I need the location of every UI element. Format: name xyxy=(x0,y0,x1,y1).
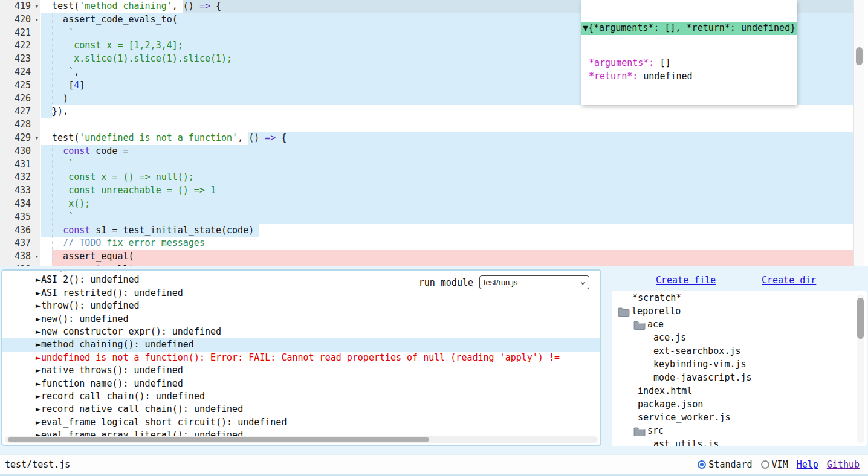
fold-widget-icon[interactable]: ▾ xyxy=(34,132,39,145)
tree-file-item[interactable]: ace.js xyxy=(612,331,867,344)
scrollbar-thumb[interactable] xyxy=(856,47,863,65)
test-result-item[interactable]: ►method chaining(): undefined xyxy=(2,338,600,351)
create-file-link[interactable]: Create file xyxy=(656,275,716,286)
expand-arrow-icon[interactable]: ► xyxy=(36,300,41,311)
test-result-label: new constructor expr(): undefined xyxy=(41,326,221,337)
tooltip-entry[interactable]: *return*: undefined xyxy=(581,70,797,83)
test-result-item[interactable]: ►new(): undefined xyxy=(2,313,600,326)
test-result-item[interactable]: ►throw(): undefined xyxy=(2,300,600,312)
code-line[interactable]: const x = () => null(); xyxy=(41,171,853,184)
radio-unselected-icon[interactable] xyxy=(761,460,769,469)
code-line[interactable]: test('undefined is not a function', () =… xyxy=(41,132,853,145)
test-result-item[interactable]: ►native throws(): undefined xyxy=(2,364,600,377)
expand-arrow-icon[interactable]: ► xyxy=(36,417,41,428)
tree-folder-item[interactable]: ace xyxy=(612,318,867,331)
tree-file-item[interactable]: keybinding-vim.js xyxy=(612,358,867,371)
expand-arrow-icon[interactable]: ► xyxy=(36,274,41,285)
tooltip-entry[interactable]: *arguments*: [] xyxy=(581,57,797,70)
tree-file-item[interactable]: *scratch* xyxy=(612,291,867,304)
code-token: () xyxy=(183,1,199,11)
tooltip-key: *return*: xyxy=(589,71,643,82)
test-result-item[interactable]: ►record call chain(): undefined xyxy=(2,390,600,403)
folder-icon xyxy=(633,426,646,436)
tree-file-item[interactable]: mode-javascript.js xyxy=(612,371,867,384)
fold-widget-icon[interactable]: ▾ xyxy=(34,13,39,27)
github-link[interactable]: Github xyxy=(827,459,860,470)
code-line[interactable]: const calltree = ... xyxy=(41,263,853,266)
radio-selected-icon[interactable] xyxy=(698,460,706,469)
test-result-item[interactable]: ►record native call chain(): undefined xyxy=(2,403,600,416)
test-result-item[interactable]: ►undefined is not a function(): Error: F… xyxy=(2,352,600,364)
code-line[interactable]: ` xyxy=(41,211,853,224)
expand-arrow-icon[interactable]: ► xyxy=(36,378,41,389)
code-token: { xyxy=(210,1,221,11)
code-token: [ xyxy=(41,80,74,91)
tree-vertical-scrollbar[interactable] xyxy=(857,294,864,443)
tree-file-item[interactable]: package.json xyxy=(612,397,867,411)
line-number: 427 xyxy=(0,105,40,118)
tooltip-header[interactable]: ▼{*arguments*: [], *return*: undefined} xyxy=(581,22,797,35)
tree-file-item[interactable]: service_worker.js xyxy=(612,411,867,424)
expand-arrow-icon[interactable]: ► xyxy=(36,269,41,272)
code-token: const xyxy=(63,225,90,236)
editor-vertical-scrollbar[interactable] xyxy=(853,0,864,266)
code-token: 'undefined is not a function' xyxy=(79,132,238,143)
code-line[interactable] xyxy=(41,118,853,132)
create-dir-link[interactable]: Create dir xyxy=(762,275,816,286)
code-line[interactable]: ` xyxy=(41,158,853,172)
tree-file-item[interactable]: ext-searchbox.js xyxy=(612,344,867,358)
tree-item-label: *scratch* xyxy=(632,291,681,304)
tree-file-item[interactable]: ast_utils.js xyxy=(612,437,867,446)
test-result-label: record native call chain(): undefined xyxy=(41,404,243,414)
code-line[interactable]: // TODO fix error messages xyxy=(41,237,853,250)
test-result-item[interactable]: ►eval_frame logical short circuit(): und… xyxy=(2,416,600,429)
test-result-item[interactable]: ►function name(): undefined xyxy=(2,378,600,390)
code-line[interactable]: assert_equal( xyxy=(41,250,853,263)
code-line[interactable]: const s1 = test_initial_state(code) xyxy=(41,224,853,237)
expand-arrow-icon[interactable]: ► xyxy=(36,404,41,414)
tree-folder-item[interactable]: src xyxy=(612,424,867,437)
output-horizontal-scrollbar[interactable] xyxy=(5,436,598,443)
tree-file-item[interactable]: index.html xyxy=(612,384,867,397)
expand-arrow-icon[interactable]: ► xyxy=(36,326,41,337)
expand-arrow-icon[interactable]: ► xyxy=(36,314,41,324)
expand-arrow-icon[interactable]: ► xyxy=(36,365,41,376)
line-number: 428 xyxy=(0,118,40,132)
indent-guide xyxy=(63,145,63,224)
code-token: x.slice(1).slice(1).slice(1); xyxy=(41,53,232,64)
code-line[interactable]: }), xyxy=(41,105,853,118)
expand-arrow-icon[interactable]: ► xyxy=(36,391,41,402)
test-result-item[interactable]: ►ASI(): undefined xyxy=(2,269,600,274)
expand-arrow-icon[interactable]: ► xyxy=(36,339,41,350)
code-editor[interactable]: 419▾420▾421422423424425426427428429▾4304… xyxy=(0,0,868,266)
scrollbar-thumb[interactable] xyxy=(8,437,429,442)
tree-item-label: leporello xyxy=(632,304,681,318)
evaluation-highlight xyxy=(52,250,853,263)
test-result-label: ASI_restrited(): undefined xyxy=(41,288,183,298)
test-output-panel: ►ASI(): undefined►ASI_2(): undefined►ASI… xyxy=(1,269,601,446)
vim-radio[interactable]: VIM xyxy=(761,459,788,470)
code-token: code = xyxy=(90,146,128,156)
expand-arrow-icon[interactable]: ► xyxy=(36,352,41,363)
line-number: 420▾ xyxy=(0,13,40,27)
scrollbar-thumb[interactable] xyxy=(857,298,864,339)
line-number: 424 xyxy=(0,66,40,79)
help-link[interactable]: Help xyxy=(797,459,818,470)
fold-widget-icon[interactable]: ▾ xyxy=(34,250,39,263)
code-line[interactable]: const unreachable = () => 1 xyxy=(41,184,853,198)
test-result-item[interactable]: ►new constructor expr(): undefined xyxy=(2,326,600,338)
line-number: 432 xyxy=(0,171,40,184)
tree-folder-item[interactable]: leporello xyxy=(612,304,867,318)
expand-arrow-icon[interactable]: ► xyxy=(36,288,41,298)
code-line[interactable]: const code = xyxy=(41,145,853,158)
tree-item-label: src xyxy=(647,424,664,437)
standard-radio[interactable]: Standard xyxy=(698,459,752,470)
code-token: ) xyxy=(41,93,68,104)
test-result-label: new(): undefined xyxy=(41,314,129,324)
code-token: , xyxy=(238,132,248,143)
code-line[interactable]: x(); xyxy=(41,198,853,211)
run-module-select[interactable]: test/run.js xyxy=(479,275,589,289)
fold-widget-icon[interactable]: ▾ xyxy=(34,0,39,13)
run-module-control: run module test/run.js ⌄ xyxy=(419,275,589,289)
line-number: 430 xyxy=(0,145,40,158)
